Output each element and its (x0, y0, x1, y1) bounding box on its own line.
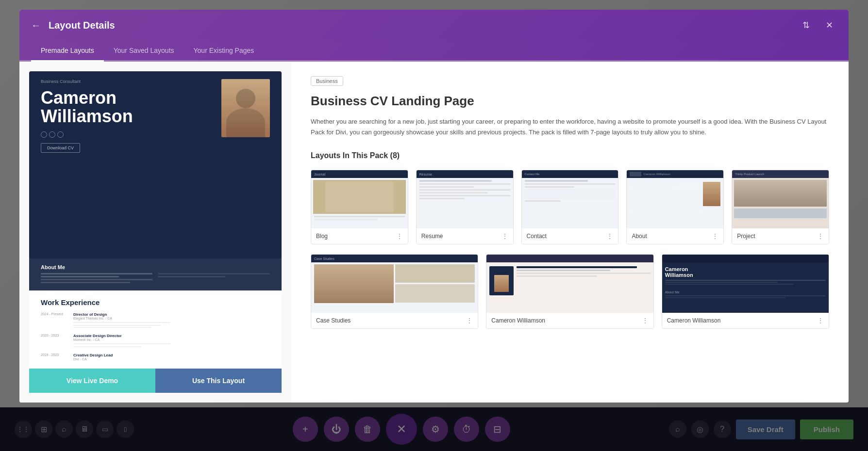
resume-line2 (419, 183, 510, 185)
layout-card-blog[interactable]: Journal Blog ⋮ (311, 170, 408, 244)
contact-footer: Contact ⋮ (522, 228, 618, 244)
contact-name: Contact (527, 233, 547, 240)
contact-line3 (525, 186, 575, 188)
about-line-5 (158, 273, 270, 274)
contact-header-text: Contact Me (525, 173, 540, 176)
layout-card-cameron-dark[interactable]: CameronWilliamson About Me (662, 254, 829, 329)
back-arrow-icon[interactable]: ← (31, 20, 41, 31)
about-menu-icon[interactable]: ⋮ (712, 232, 718, 240)
use-this-layout-button[interactable]: Use This Layout (155, 369, 282, 393)
about-photo (703, 182, 720, 206)
contact-header: Contact Me (522, 170, 618, 178)
about-line-1 (41, 273, 152, 274)
project-box (734, 209, 827, 218)
social-icon-f (41, 131, 47, 138)
social-icon-in (57, 131, 64, 138)
case-img-3 (395, 284, 475, 303)
cameron-dark-a1 (665, 295, 826, 296)
project-header: Trinity Product Launch (732, 170, 829, 178)
cameron-light-row (489, 266, 650, 295)
cameron-dark-line1 (665, 280, 826, 281)
job-3-years: 2018 - 2020 (41, 353, 67, 361)
about-line-4 (41, 282, 130, 283)
job-row-2: 2020 - 2023 Associate Design Director Mo… (41, 334, 270, 348)
cameron-light-menu-icon[interactable]: ⋮ (642, 317, 649, 324)
social-icon-x (49, 131, 55, 138)
layout-card-cameron-light[interactable]: Cameron Williamson ⋮ (486, 254, 653, 329)
job-3-company: Divi - CA (73, 357, 113, 361)
case-studies-thumb: Case Studies (311, 255, 478, 313)
blog-line1 (314, 216, 405, 217)
detail-panel: Business Business CV Landing Page Whethe… (291, 62, 849, 403)
job-2-line2 (73, 346, 141, 347)
preview-download: Download CV (41, 143, 270, 153)
case-img-2 (395, 264, 475, 283)
contact-form (525, 189, 616, 199)
preview-work-section: Work Experience 2024 - Present Director … (29, 290, 282, 369)
about-line-2 (41, 276, 119, 277)
preview-about-content (41, 273, 270, 285)
cameron-dark-thumb: CameronWilliamson About Me (662, 255, 829, 313)
about-line-3 (41, 279, 152, 280)
layout-card-about[interactable]: Cameron Williamson (626, 170, 724, 244)
detail-title: Business CV Landing Page (311, 94, 829, 109)
resume-menu-icon[interactable]: ⋮ (501, 232, 508, 240)
about-s2 (630, 210, 702, 212)
case-img-1 (314, 264, 394, 303)
blog-content (311, 216, 408, 220)
preview-work-title: Work Experience (41, 298, 270, 306)
tab-existing-pages[interactable]: Your Existing Pages (184, 41, 264, 62)
modal-close-icon: ✕ (826, 20, 833, 31)
job-3-title: Creative Design Lead (73, 353, 113, 357)
layout-card-contact[interactable]: Contact Me Contact (521, 170, 619, 244)
layout-card-case-studies[interactable]: Case Studies Case Studies (311, 254, 478, 329)
contact-menu-icon[interactable]: ⋮ (606, 232, 613, 240)
modal-header-left: ← Layout Details (31, 20, 115, 31)
about-content (627, 178, 723, 208)
blog-name: Blog (316, 233, 328, 240)
layout-details-modal: ← Layout Details ⇅ ✕ Premade Layouts You… (19, 10, 849, 403)
cameron-light-footer: Cameron Williamson ⋮ (486, 313, 653, 328)
cameron-dark-menu-icon[interactable]: ⋮ (817, 317, 824, 324)
project-img (734, 180, 827, 207)
project-menu-icon[interactable]: ⋮ (817, 232, 824, 240)
cameron-dark-a2 (665, 297, 786, 298)
case-studies-menu-icon[interactable]: ⋮ (466, 317, 473, 324)
resume-content (417, 178, 513, 201)
blog-img (313, 180, 406, 214)
cameron-light-content (486, 262, 653, 299)
layouts-pack-title: Layouts In This Pack (8) (311, 151, 829, 160)
cameron-dark-content: CameronWilliamson (662, 262, 829, 289)
cameron-dark-about: About Me (662, 289, 829, 300)
about-thumb: Cameron Williamson (627, 170, 723, 228)
category-badge: Business (311, 76, 343, 86)
modal-settings-button[interactable]: ⇅ (798, 17, 814, 33)
about-line-6 (158, 276, 225, 277)
modal-close-button[interactable]: ✕ (821, 17, 837, 33)
preview-about-right (158, 273, 270, 285)
blog-img-inner (313, 180, 406, 214)
preview-top-section: Business Consultant Cameron Williamson (29, 71, 282, 290)
blog-menu-icon[interactable]: ⋮ (396, 232, 403, 240)
tab-premade-layouts[interactable]: Premade Layouts (31, 41, 104, 62)
cameron-light-header (486, 255, 653, 262)
about-l4 (630, 188, 672, 189)
modal-title: Layout Details (49, 20, 115, 31)
project-header-text: Trinity Product Launch (735, 173, 764, 176)
layout-card-project[interactable]: Trinity Product Launch Project ⋮ (732, 170, 829, 244)
tab-saved-layouts[interactable]: Your Saved Layouts (104, 41, 184, 62)
case-right (395, 264, 475, 303)
cameron-light-dark-box (489, 266, 514, 295)
about-s1 (630, 208, 720, 209)
cameron-light-name (517, 266, 637, 268)
resume-line6 (419, 195, 510, 196)
cameron-dark-line3 (665, 284, 794, 285)
cameron-dark-about-label: About Me (665, 290, 826, 294)
layout-card-resume[interactable]: Resume (416, 170, 514, 244)
preview-photo (221, 79, 270, 137)
view-live-demo-button[interactable]: View Live Demo (29, 369, 155, 393)
project-thumb: Trinity Product Launch (732, 170, 829, 228)
project-footer: Project ⋮ (732, 228, 829, 244)
about-logo-placeholder (630, 172, 641, 177)
preview-buttons: View Live Demo Use This Layout (29, 369, 282, 393)
